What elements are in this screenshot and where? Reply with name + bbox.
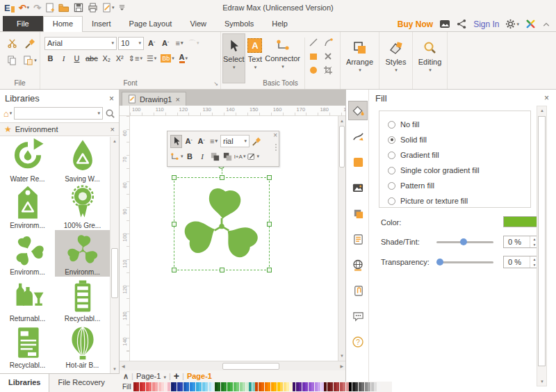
libraries-scrollbar[interactable]: ▲ ▼: [110, 137, 119, 373]
line-style-icon[interactable]: [348, 126, 368, 146]
palette-swatch[interactable]: [215, 382, 218, 391]
palette-swatch[interactable]: [302, 382, 305, 391]
fill-option-picture-or-texture-fill[interactable]: Picture or texture fill: [388, 193, 530, 209]
mini-spacing-button[interactable]: I+A▾: [234, 150, 246, 163]
font-dialog-launcher-icon[interactable]: ↘: [213, 81, 218, 87]
edraw-logo-icon[interactable]: E: [4, 1, 15, 14]
fill-option-single-color-gradient-fill[interactable]: Single color gradient fill: [388, 163, 530, 178]
library-item-hot-air-balloon[interactable]: Hot-air B...: [55, 323, 110, 370]
mini-align-button[interactable]: ≡▾: [208, 135, 220, 148]
subscript-button[interactable]: X₂: [101, 51, 113, 65]
arc-tool-icon[interactable]: [323, 38, 337, 51]
radio-icon[interactable]: [388, 182, 395, 190]
resize-handle-nw[interactable]: [172, 175, 177, 180]
palette-swatch[interactable]: [133, 382, 136, 391]
radio-icon[interactable]: [388, 136, 395, 144]
palette-swatch[interactable]: [352, 382, 355, 391]
delete-shape-icon[interactable]: [323, 51, 337, 65]
font-color-button[interactable]: A▾: [177, 51, 190, 65]
highlight-button[interactable]: Bb▾: [159, 51, 176, 65]
mini-send-backward-button[interactable]: [222, 150, 234, 163]
libraries-close-icon[interactable]: ×: [109, 94, 114, 104]
font-name-combo[interactable]: Arial▾: [44, 37, 117, 50]
print-icon[interactable]: [88, 1, 98, 14]
palette-swatch[interactable]: [284, 382, 286, 391]
palette-swatch[interactable]: [334, 382, 336, 391]
palette-swatch[interactable]: [180, 382, 183, 391]
library-item-leaf-clover[interactable]: Environm...: [55, 230, 110, 277]
collapse-ribbon-icon[interactable]: [542, 21, 550, 28]
fill-option-solid-fill[interactable]: Solid fill: [388, 132, 530, 147]
save-icon[interactable]: [74, 1, 83, 14]
resize-handle-ne[interactable]: [267, 175, 272, 180]
page-dropdown[interactable]: Page-1 ▾: [136, 372, 166, 380]
palette-swatch[interactable]: [311, 382, 314, 391]
fill-panel-close-icon[interactable]: ×: [544, 93, 549, 103]
scroll-down-icon[interactable]: ▼: [111, 365, 119, 373]
mini-style-button[interactable]: ▾: [247, 150, 260, 163]
shade-spinbox[interactable]: 0 %▲▼: [503, 236, 539, 248]
palette-swatch[interactable]: [205, 382, 208, 391]
palette-swatch[interactable]: [202, 382, 205, 391]
canvas-vertical-scrollbar[interactable]: ▲ ▼: [338, 116, 345, 361]
mini-decrease-font-button[interactable]: Aˇ: [195, 135, 207, 148]
scroll-up-icon[interactable]: ▲: [111, 137, 119, 145]
palette-swatch[interactable]: [321, 382, 324, 391]
brand-x-icon[interactable]: [525, 19, 536, 29]
palette-swatch[interactable]: [218, 382, 220, 391]
palette-swatch[interactable]: [255, 382, 258, 391]
share-icon[interactable]: [457, 19, 467, 29]
palette-swatch[interactable]: [165, 382, 167, 391]
palette-swatch[interactable]: [152, 382, 155, 391]
fill-color-swatch[interactable]: [503, 216, 538, 227]
palette-swatch[interactable]: [259, 382, 261, 391]
palette-swatch[interactable]: [324, 382, 327, 391]
mini-format-painter-button[interactable]: [250, 135, 262, 148]
library-item-bottles[interactable]: Returnabl...: [0, 277, 55, 323]
canvas-horizontal-scrollbar[interactable]: ◀ ▶: [120, 361, 345, 370]
sign-in-link[interactable]: Sign In: [473, 19, 499, 29]
palette-swatch[interactable]: [236, 382, 239, 391]
palette-swatch[interactable]: [336, 382, 339, 391]
palette-swatch[interactable]: [224, 382, 227, 391]
palette-swatch[interactable]: [230, 382, 233, 391]
export-icon[interactable]: ▾: [102, 1, 115, 14]
palette-swatch[interactable]: [171, 382, 174, 391]
tab-page-layout[interactable]: Page Layout: [120, 17, 181, 31]
current-page-tab[interactable]: Page-1: [187, 372, 212, 380]
library-search-icon[interactable]: [105, 108, 115, 119]
mini-toolbar-grip[interactable]: [275, 144, 277, 151]
library-home-icon[interactable]: ⌂▾: [3, 108, 12, 119]
strikethrough-button[interactable]: abc: [84, 51, 99, 65]
scroll-down-icon[interactable]: ▼: [538, 377, 546, 386]
underline-button[interactable]: U: [71, 51, 83, 65]
palette-swatch[interactable]: [296, 382, 299, 391]
mini-bold-button[interactable]: B: [184, 150, 196, 163]
palette-swatch[interactable]: [277, 382, 280, 391]
open-file-icon[interactable]: [58, 1, 70, 14]
customize-qat-icon[interactable]: [119, 1, 125, 14]
copy-button[interactable]: [3, 54, 20, 67]
palette-swatch[interactable]: [355, 382, 358, 391]
mini-increase-font-button[interactable]: Aˆ: [183, 135, 195, 148]
library-item-battery[interactable]: Recyclabl...: [55, 277, 110, 323]
fill-panel-scrollbar[interactable]: ▲ ▼: [537, 106, 547, 386]
palette-swatch[interactable]: [221, 382, 224, 391]
library-item-recycle-tag[interactable]: Environm...: [0, 183, 55, 230]
mini-bring-forward-button[interactable]: [209, 150, 221, 163]
palette-swatch[interactable]: [155, 382, 158, 391]
mini-font-combo[interactable]: rial▾: [220, 135, 250, 147]
palette-swatch[interactable]: [227, 382, 230, 391]
tab-file[interactable]: File: [3, 16, 43, 31]
palette-swatch[interactable]: [149, 382, 152, 391]
buy-now-link[interactable]: Buy Now: [398, 19, 433, 29]
new-file-icon[interactable]: [45, 1, 54, 14]
fill-bucket-icon[interactable]: [348, 101, 368, 120]
resize-handle-e[interactable]: [267, 222, 272, 227]
transparency-spinbox[interactable]: 0 %▲▼: [503, 256, 539, 268]
paste-button[interactable]: ▾: [20, 54, 40, 67]
tab-symbols[interactable]: Symbols: [215, 17, 263, 31]
text-arc-button[interactable]: ⌒▾: [187, 36, 201, 50]
palette-swatch[interactable]: [136, 382, 139, 391]
palette-swatch[interactable]: [293, 382, 295, 391]
